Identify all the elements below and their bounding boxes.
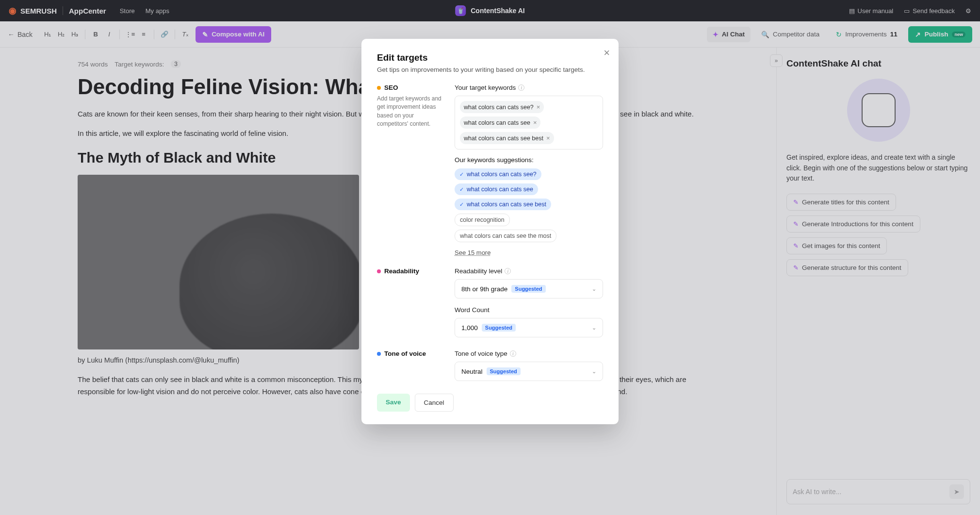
tone-type-label: Tone of voice type i (455, 350, 603, 357)
seo-section-right: Your target keywords i what colors can c… (455, 84, 603, 257)
suggestion-tag[interactable]: color recognition (455, 214, 510, 226)
seo-section: SEO Add target keywords and get improvem… (377, 84, 603, 257)
keyword-tag: what colors can cats see× (460, 116, 540, 129)
tone-left: Tone of voice (377, 350, 445, 383)
modal-title: Edit targets (377, 52, 603, 63)
keywords-input-box[interactable]: what colors can cats see?× what colors c… (455, 96, 603, 150)
suggestions-label: Our keywords suggestions: (455, 156, 603, 164)
info-icon[interactable]: i (510, 350, 516, 357)
chevron-down-icon: ⌄ (592, 325, 596, 331)
wc-value: 1,000 (461, 324, 478, 332)
tone-dot-icon (377, 352, 381, 356)
readability-left: Readability (377, 267, 445, 339)
sugg-text: what colors can cats see (467, 186, 533, 193)
level-label-text: Readability level (455, 267, 502, 275)
kw-tag-text: what colors can cats see best (464, 135, 543, 142)
word-count-select[interactable]: 1,000 Suggested ⌄ (455, 318, 603, 337)
remove-tag-icon[interactable]: × (533, 119, 537, 126)
readability-label: Readability (377, 267, 445, 275)
info-icon[interactable]: i (505, 268, 511, 274)
readability-level-label: Readability level i (455, 267, 603, 275)
sugg-text: what colors can cats see? (467, 171, 537, 178)
suggestion-tag[interactable]: ✓what colors can cats see best (455, 199, 551, 210)
level-value: 8th or 9th grade (461, 285, 507, 293)
keyword-tag: what colors can cats see?× (460, 101, 544, 113)
modal-subtitle: Get tips on improvements to your writing… (377, 66, 603, 73)
check-icon: ✓ (459, 186, 464, 193)
remove-tag-icon[interactable]: × (537, 103, 540, 111)
see-more-link[interactable]: See 15 more (455, 249, 490, 256)
tone-label: Tone of voice (377, 350, 445, 357)
kw-tag-text: what colors can cats see (464, 119, 530, 126)
suggested-badge: Suggested (482, 324, 516, 332)
check-icon: ✓ (459, 201, 464, 208)
chevron-down-icon: ⌄ (592, 286, 596, 292)
modal-actions: Save Cancel (377, 394, 603, 412)
remove-tag-icon[interactable]: × (546, 134, 550, 142)
readability-dot-icon (377, 269, 381, 273)
suggestions-row: ✓what colors can cats see? ✓what colors … (455, 168, 603, 242)
seo-label-text: SEO (384, 84, 398, 91)
info-icon[interactable]: i (518, 84, 524, 91)
seo-desc: Add target keywords and get improvement … (377, 95, 445, 129)
chevron-down-icon: ⌄ (592, 368, 596, 375)
target-keywords-label: Your target keywords i (455, 84, 603, 91)
seo-label: SEO (377, 84, 445, 91)
edit-targets-modal: × Edit targets Get tips on improvements … (361, 39, 619, 424)
suggestion-tag[interactable]: ✓what colors can cats see? (455, 168, 541, 180)
sugg-text: what colors can cats see best (467, 201, 546, 208)
readability-label-text: Readability (384, 267, 419, 275)
tone-select[interactable]: Neutral Suggested ⌄ (455, 362, 603, 381)
seo-dot-icon (377, 86, 381, 90)
tone-value: Neutral (461, 368, 483, 375)
save-button[interactable]: Save (377, 394, 410, 412)
keyword-tag: what colors can cats see best× (460, 132, 554, 144)
tone-type-text: Tone of voice type (455, 350, 507, 357)
tone-section: Tone of voice Tone of voice type i Neutr… (377, 350, 603, 383)
suggested-badge: Suggested (511, 285, 545, 293)
readability-right: Readability level i 8th or 9th grade Sug… (455, 267, 603, 339)
readability-level-select[interactable]: 8th or 9th grade Suggested ⌄ (455, 279, 603, 299)
sugg-text: what colors can cats see the most (460, 233, 551, 239)
tone-right: Tone of voice type i Neutral Suggested ⌄ (455, 350, 603, 383)
close-button[interactable]: × (604, 47, 610, 59)
seo-section-left: SEO Add target keywords and get improvem… (377, 84, 445, 257)
suggestion-tag[interactable]: ✓what colors can cats see (455, 183, 538, 195)
cancel-button[interactable]: Cancel (415, 394, 454, 412)
sugg-text: color recognition (460, 216, 505, 223)
suggested-badge: Suggested (487, 367, 521, 375)
kw-tag-text: what colors can cats see? (464, 104, 534, 111)
tone-label-text: Tone of voice (384, 350, 426, 357)
check-icon: ✓ (459, 171, 464, 178)
close-icon: × (604, 47, 610, 59)
suggestion-tag[interactable]: what colors can cats see the most (455, 230, 556, 242)
kw-label-text: Your target keywords (455, 84, 516, 91)
modal-overlay: × Edit targets Get tips on improvements … (0, 0, 980, 515)
word-count-label: Word Count (455, 306, 603, 314)
readability-section: Readability Readability level i 8th or 9… (377, 267, 603, 339)
